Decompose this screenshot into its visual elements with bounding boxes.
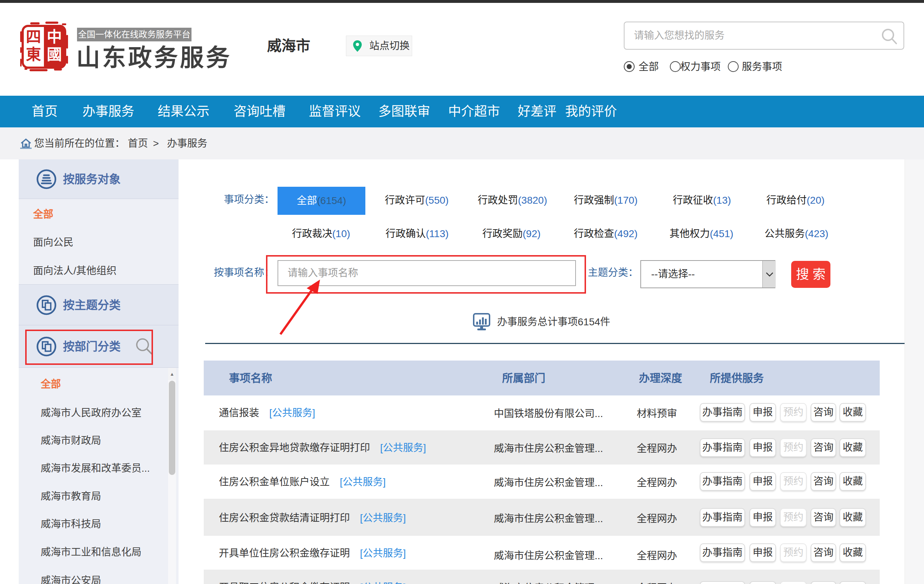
svg-text:東: 東 <box>26 46 41 63</box>
svg-text:四: 四 <box>26 28 41 45</box>
svg-text:中: 中 <box>47 28 62 45</box>
svg-text:國: 國 <box>47 46 62 63</box>
